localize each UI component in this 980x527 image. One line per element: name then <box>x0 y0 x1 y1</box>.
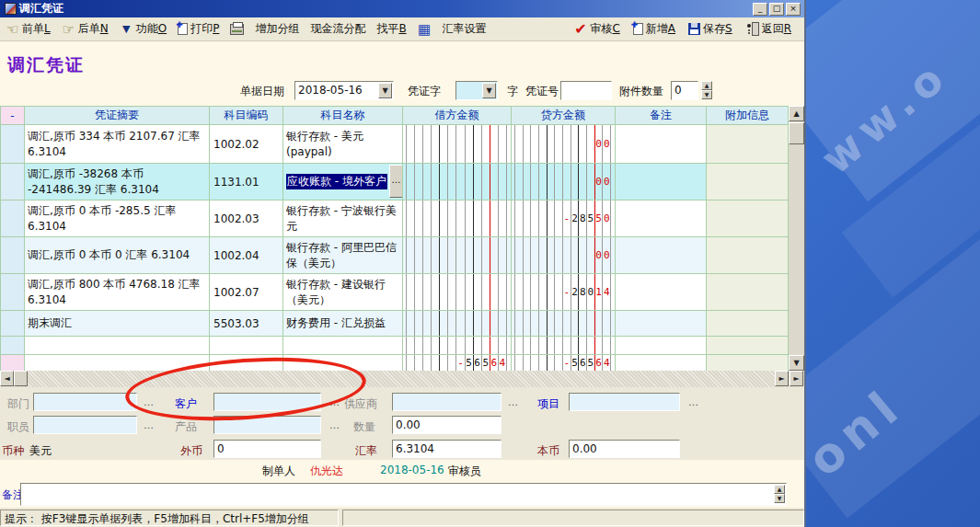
scroll-down-icon[interactable]: ▼ <box>789 355 804 371</box>
cell-credit-amount[interactable] <box>512 337 616 355</box>
remark-down-icon[interactable]: ▼ <box>774 494 785 503</box>
row-indicator[interactable] <box>1 200 25 237</box>
date-dropdown-icon[interactable]: ▼ <box>378 83 392 98</box>
table-vertical-scrollbar[interactable]: ▲ ▼ <box>789 106 804 371</box>
cell-credit-amount[interactable]: 00 <box>512 237 616 274</box>
maximize-button[interactable]: □ <box>769 3 784 16</box>
cell-debit-amount[interactable] <box>403 164 512 200</box>
scroll-left-icon[interactable]: ◄ <box>0 371 14 386</box>
cell-summary[interactable]: 调汇,原币 0 本币 -285.5 汇率 6.3104 <box>25 200 210 237</box>
table-row[interactable]: 调汇,原币 334 本币 2107.67 汇率 6.31041002.02银行存… <box>1 125 789 164</box>
cell-note[interactable] <box>616 164 707 200</box>
cell-account-code[interactable]: 1002.03 <box>210 200 283 237</box>
remark-up-icon[interactable]: ▲ <box>774 485 785 494</box>
row-indicator[interactable] <box>1 274 25 311</box>
toolbar-add-group-button[interactable]: 增加分组 <box>255 21 299 37</box>
supplier-lookup-icon[interactable]: … <box>508 396 518 408</box>
row-indicator[interactable] <box>1 337 25 355</box>
cell-account-code[interactable]: 1002.07 <box>210 274 283 311</box>
toolbar-cashflow-allocate-button[interactable]: 现金流分配 <box>310 21 365 37</box>
toolbar-save-button[interactable]: 保存S <box>688 21 732 37</box>
toolbar-balance-button[interactable]: 找平B <box>376 21 406 37</box>
cell-account-name[interactable]: 银行存款 - 宁波银行美元 <box>283 200 403 237</box>
cell-debit-amount[interactable] <box>403 274 512 311</box>
cell-summary[interactable]: 调汇,原币 0 本币 0 汇率 6.3104 <box>25 237 210 274</box>
scroll-up-icon[interactable]: ▲ <box>789 106 804 121</box>
toolbar-return-button[interactable]: 返回R <box>745 21 791 37</box>
account-lookup-button[interactable]: … <box>389 165 403 198</box>
toolbar-calculator-button[interactable] <box>418 22 432 36</box>
row-indicator[interactable] <box>1 237 25 274</box>
voucher-word-combobox[interactable]: ▼ <box>455 81 498 100</box>
cell-note[interactable] <box>616 337 707 355</box>
cell-extra-info[interactable] <box>707 237 789 274</box>
cell-credit-amount[interactable]: 00 <box>512 164 616 200</box>
stepper-up-icon[interactable]: ▲ <box>701 81 712 90</box>
cell-credit-amount[interactable] <box>512 311 616 337</box>
cell-debit-amount[interactable] <box>403 125 512 164</box>
toolbar-rate-settings-button[interactable]: 汇率设置 <box>443 21 487 37</box>
toolbar-prev-voucher-button[interactable]: 前单L <box>6 21 51 37</box>
cell-note[interactable] <box>616 125 707 164</box>
cell-summary[interactable]: 期末调汇 <box>25 311 210 337</box>
cell-extra-info[interactable] <box>707 164 789 200</box>
cell-debit-amount[interactable] <box>403 237 512 274</box>
cell-note[interactable] <box>616 274 707 311</box>
cell-account-name[interactable]: 银行存款 - 建设银行（美元） <box>283 274 403 311</box>
product-lookup-icon[interactable]: … <box>329 419 340 431</box>
cell-extra-info[interactable] <box>707 125 789 164</box>
cell-extra-info[interactable] <box>707 311 789 337</box>
toolbar-next-voucher-button[interactable]: 后单N <box>62 21 109 37</box>
table-horizontal-scrollbar[interactable]: ◄ ► ► <box>0 371 804 387</box>
cell-account-code[interactable] <box>210 337 283 355</box>
supplier-input[interactable] <box>392 393 502 411</box>
cell-note[interactable] <box>616 311 707 337</box>
cell-credit-amount[interactable]: -28550 <box>512 200 616 237</box>
scroll-right-icon[interactable]: ► <box>775 371 789 386</box>
cell-debit-amount[interactable] <box>403 337 512 355</box>
scroll-right-corner-icon[interactable]: ► <box>790 371 803 386</box>
local-amount-input[interactable]: 0.00 <box>569 440 680 458</box>
cell-debit-amount[interactable] <box>403 200 512 237</box>
cell-account-code[interactable]: 5503.03 <box>210 311 283 337</box>
toolbar-print-button[interactable]: 打印P <box>178 21 219 37</box>
attachment-count-input[interactable]: 0 <box>671 81 698 100</box>
horizontal-scroll-thumb[interactable] <box>14 371 28 386</box>
cell-account-code[interactable]: 1002.02 <box>210 125 283 164</box>
cell-account-code[interactable]: 1131.01 <box>210 164 283 200</box>
toolbar-new-button[interactable]: 新增A <box>633 21 675 37</box>
cell-account-code[interactable]: 1002.04 <box>210 237 283 274</box>
table-row[interactable]: 调汇,原币 0 本币 0 汇率 6.31041002.04银行存款 - 阿里巴巴… <box>1 237 789 274</box>
cell-note[interactable] <box>616 237 707 274</box>
row-indicator[interactable] <box>1 311 25 337</box>
table-row[interactable]: 调汇,原币 0 本币 -285.5 汇率 6.31041002.03银行存款 -… <box>1 200 789 237</box>
cell-extra-info[interactable] <box>707 200 789 237</box>
cell-account-name[interactable]: 财务费用 - 汇兑损益 <box>283 311 403 337</box>
row-indicator[interactable] <box>1 125 25 164</box>
toolbar-printer-button[interactable] <box>230 24 244 35</box>
table-row[interactable]: 调汇,原币 800 本币 4768.18 汇率 6.31041002.07银行存… <box>1 274 789 311</box>
cell-extra-info[interactable] <box>707 337 789 355</box>
cell-account-name[interactable]: 银行存款 - 阿里巴巴信保（美元） <box>283 237 403 274</box>
cell-summary[interactable]: 调汇,原币 334 本币 2107.67 汇率 6.3104 <box>25 125 210 164</box>
project-lookup-icon[interactable]: … <box>688 396 698 408</box>
cell-extra-info[interactable] <box>707 274 789 311</box>
minimize-button[interactable]: _ <box>753 3 767 16</box>
cell-credit-amount[interactable]: -28014 <box>512 274 616 311</box>
staff-input[interactable] <box>33 416 137 434</box>
dept-input[interactable] <box>33 393 137 411</box>
cell-account-name[interactable] <box>283 337 403 355</box>
cell-summary[interactable]: 调汇,原币 800 本币 4768.18 汇率 6.3104 <box>25 274 210 311</box>
table-row[interactable] <box>1 337 789 355</box>
foreign-amount-input[interactable]: 0 <box>213 440 321 458</box>
toolbar-functions-button[interactable]: 功能O <box>120 21 167 37</box>
date-combobox[interactable]: 2018-05-16 ▼ <box>294 81 394 100</box>
row-indicator[interactable] <box>1 164 25 200</box>
vertical-scroll-thumb[interactable] <box>789 122 804 144</box>
cell-debit-amount[interactable] <box>403 311 512 337</box>
cell-summary[interactable] <box>25 337 210 355</box>
titlebar[interactable]: 调汇凭证 _ □ × <box>0 0 804 17</box>
project-input[interactable] <box>569 393 680 411</box>
table-row[interactable]: 期末调汇5503.03财务费用 - 汇兑损益 <box>1 311 789 337</box>
remark-input[interactable]: ▲ ▼ <box>20 483 787 506</box>
